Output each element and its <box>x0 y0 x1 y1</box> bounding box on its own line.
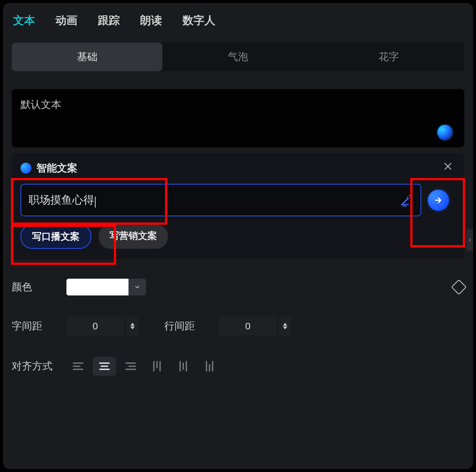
align-center-button[interactable] <box>93 357 116 376</box>
text-panel: 文本 动画 跟踪 朗读 数字人 基础 气泡 花字 默认文本 智能文案 职场摸鱼心… <box>3 3 473 469</box>
text-cursor <box>95 197 96 208</box>
chip-broadcast-copy[interactable]: 写口播文案 <box>20 224 91 249</box>
alignment-row: 对齐方式 <box>12 357 464 376</box>
smart-copy-title: 智能文案 <box>37 161 77 175</box>
align-vertical-right-button[interactable] <box>198 357 221 376</box>
divider <box>12 80 464 80</box>
sub-tabs: 基础 气泡 花字 <box>12 43 464 71</box>
tab-text[interactable]: 文本 <box>13 13 35 28</box>
top-tabs: 文本 动画 跟踪 朗读 数字人 <box>3 3 473 37</box>
line-spacing-label: 行间距 <box>164 319 219 333</box>
text-content-box[interactable]: 默认文本 <box>12 89 464 147</box>
color-dropdown[interactable] <box>128 279 146 295</box>
sub-tab-bubble[interactable]: 气泡 <box>162 43 313 71</box>
chevron-up-icon[interactable] <box>283 323 287 326</box>
align-label: 对齐方式 <box>12 359 66 373</box>
color-row: 颜色 <box>12 279 464 295</box>
line-spacing-stepper[interactable] <box>279 317 291 336</box>
sub-tab-basic[interactable]: 基础 <box>12 43 162 71</box>
smart-input-value: 职场摸鱼心得 <box>28 194 94 206</box>
align-buttons <box>66 357 221 376</box>
chevron-down-icon[interactable] <box>130 326 135 329</box>
align-vertical-center-button[interactable] <box>172 357 195 376</box>
ai-orb-small-icon <box>20 163 31 174</box>
color-swatch[interactable] <box>66 279 128 295</box>
chevron-up-icon[interactable] <box>130 323 135 326</box>
smart-copy-panel: 智能文案 职场摸鱼心得 <box>12 153 464 259</box>
tab-digital-human[interactable]: 数字人 <box>183 13 215 28</box>
magic-wand-icon[interactable] <box>399 193 413 207</box>
align-left-button[interactable] <box>66 357 90 376</box>
sub-tab-fancy[interactable]: 花字 <box>314 43 464 71</box>
side-collapse-handle[interactable] <box>467 229 473 251</box>
chip-marketing-copy[interactable]: 写营销文案 <box>99 224 168 249</box>
letter-spacing-stepper[interactable] <box>126 317 139 336</box>
tab-read[interactable]: 朗读 <box>140 13 162 28</box>
tab-track[interactable]: 跟踪 <box>98 13 120 28</box>
copy-type-chips: 写口播文案 写营销文案 <box>20 224 456 249</box>
ai-orb-icon[interactable] <box>437 125 453 140</box>
text-content: 默认文本 <box>20 99 61 110</box>
align-vertical-left-button[interactable] <box>145 357 169 376</box>
letter-spacing-label: 字间距 <box>12 319 66 333</box>
keyframe-diamond-icon[interactable] <box>451 279 467 295</box>
align-right-button[interactable] <box>119 357 142 376</box>
line-spacing-input[interactable]: 0 <box>219 317 277 336</box>
spacing-row: 字间距 0 行间距 0 <box>12 317 464 336</box>
letter-spacing-input[interactable]: 0 <box>66 317 124 336</box>
smart-input-row: 职场摸鱼心得 <box>20 184 456 216</box>
close-icon[interactable] <box>442 161 454 174</box>
send-button[interactable] <box>428 190 449 211</box>
tab-animation[interactable]: 动画 <box>55 13 77 28</box>
smart-input[interactable]: 职场摸鱼心得 <box>20 184 421 216</box>
chevron-down-icon[interactable] <box>283 326 287 329</box>
smart-copy-header: 智能文案 <box>20 161 456 175</box>
color-label: 颜色 <box>12 280 66 294</box>
